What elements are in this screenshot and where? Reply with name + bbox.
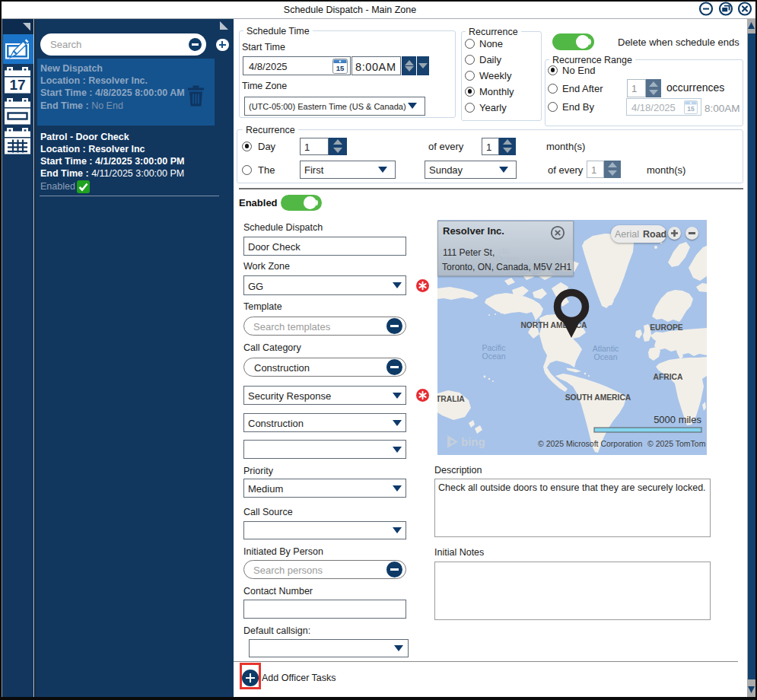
svg-text:© 2025 TomTom: © 2025 TomTom <box>647 439 706 448</box>
svg-text:Ocean: Ocean <box>594 352 618 361</box>
svg-text:bing: bing <box>461 435 485 448</box>
svg-text:EUROPE: EUROPE <box>650 323 683 332</box>
svg-text:Ocean: Ocean <box>482 352 506 361</box>
svg-text:SOUTH AMERICA: SOUTH AMERICA <box>565 393 631 402</box>
svg-text:5000 miles: 5000 miles <box>654 414 701 425</box>
svg-text:AFRICA: AFRICA <box>654 373 683 381</box>
svg-text:TRALIA: TRALIA <box>437 395 465 403</box>
svg-text:15: 15 <box>687 105 695 113</box>
svg-text:© 2025 Microsoft Corporation: © 2025 Microsoft Corporation <box>538 439 642 448</box>
svg-text:17: 17 <box>9 77 25 93</box>
svg-text:15: 15 <box>336 64 345 72</box>
